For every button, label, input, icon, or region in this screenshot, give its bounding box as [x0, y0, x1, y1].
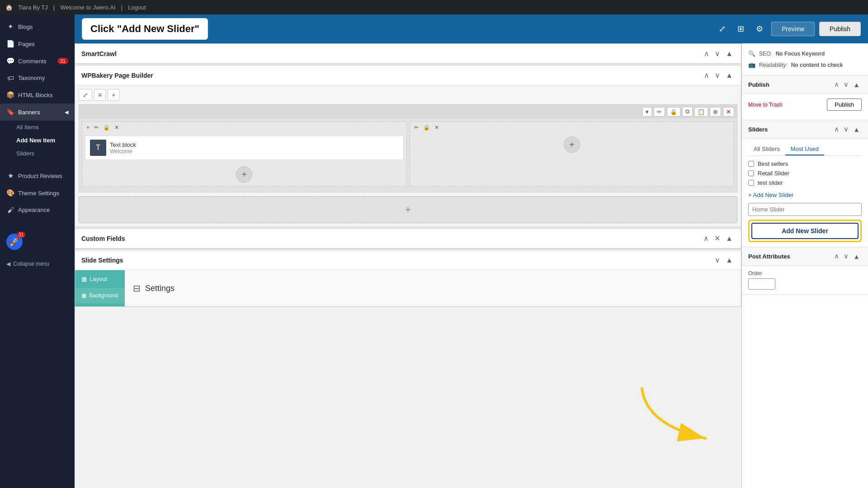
product-reviews-icon: ★: [6, 172, 14, 180]
publish-button[interactable]: Publish: [819, 22, 861, 36]
custom-fields-header[interactable]: Custom Fields ∧ ✕ ▲: [75, 229, 741, 249]
wpb-fullscreen-btn[interactable]: ⤢: [79, 89, 92, 101]
row-delete-btn[interactable]: ✕: [723, 107, 734, 117]
sidebar-item-theme-settings[interactable]: 🎨 Theme Settings: [0, 184, 75, 202]
row-paste-btn[interactable]: 📋: [694, 107, 708, 117]
publish-up-btn[interactable]: ∧: [832, 80, 841, 89]
new-slider-name-input[interactable]: [748, 203, 862, 216]
row-edit-btn[interactable]: ✏: [654, 107, 665, 117]
smartcrawl-collapse-down[interactable]: ∨: [713, 48, 722, 59]
collapse-menu-btn[interactable]: ◀ Collapse menu: [0, 256, 75, 272]
sidebar-label-taxonomy: Taxonomy: [18, 75, 45, 81]
wpb-col-2-header: ✏ 🔒 ✕: [410, 122, 734, 133]
smartcrawl-controls: ∧ ∨ ▲: [702, 48, 735, 59]
slider-label-retail: Retail Slider: [758, 170, 789, 177]
admin-bar-link1[interactable]: Welcome to Jwero.AI: [60, 4, 116, 11]
custom-fields-controls: ∧ ✕ ▲: [702, 233, 735, 244]
col1-add-block-btn[interactable]: +: [236, 166, 252, 183]
col2-edit-btn[interactable]: ✏: [413, 124, 420, 131]
wpbakery-down[interactable]: ∨: [713, 70, 722, 80]
most-used-tab[interactable]: Most Used: [785, 143, 824, 155]
sidebar-item-blogs[interactable]: ✦ Blogs: [0, 18, 75, 35]
add-new-slider-link[interactable]: + Add New Slider: [748, 192, 793, 198]
publish-action-row: Move to Trash Publish: [748, 99, 862, 111]
rs-publish-button[interactable]: Publish: [827, 99, 862, 111]
wpb-add-element-btn[interactable]: +: [108, 89, 119, 101]
sidebar-item-pages[interactable]: 📄 Pages: [0, 35, 75, 52]
all-sliders-tab[interactable]: All Sliders: [748, 143, 785, 155]
post-attrs-up-btn[interactable]: ∧: [832, 252, 841, 261]
slider-checkbox-test[interactable]: [748, 180, 754, 186]
slide-tab-background[interactable]: ▦ Background: [75, 288, 125, 303]
col1-lock-btn[interactable]: 🔒: [102, 124, 111, 131]
custom-fields-delete[interactable]: ✕: [712, 233, 722, 244]
layout-btn[interactable]: ⊞: [734, 21, 748, 37]
col2-delete-btn[interactable]: ✕: [433, 124, 440, 131]
publish-section-header[interactable]: Publish ∧ ∨ ▲: [742, 75, 868, 94]
admin-bar-link2[interactable]: Logout: [128, 4, 146, 11]
wpbakery-expand[interactable]: ▲: [724, 70, 735, 80]
custom-fields-expand[interactable]: ▲: [724, 233, 735, 244]
wpb-add-row-btn[interactable]: +: [79, 196, 737, 223]
sliders-expand-btn[interactable]: ▲: [851, 125, 862, 134]
settings-btn[interactable]: ⚙: [752, 21, 767, 37]
sidebar-subitem-add-new[interactable]: Add New Item: [0, 134, 75, 147]
sidebar-subitem-all-items[interactable]: All Items: [0, 121, 75, 134]
slider-checkbox-best-sellers[interactable]: [748, 161, 754, 167]
row-dropdown-btn[interactable]: ▾: [642, 107, 652, 117]
sidebar-subitem-sliders[interactable]: Sliders: [0, 147, 75, 160]
slide-settings-down[interactable]: ∨: [713, 255, 722, 265]
smartcrawl-header[interactable]: SmartCrawl ∧ ∨ ▲: [75, 44, 741, 64]
sidebar-item-appearance[interactable]: 🖌 Appearance: [0, 202, 75, 218]
col1-add-btn[interactable]: +: [85, 124, 91, 131]
sidebar-item-html-blocks[interactable]: 📦 HTML Blocks: [0, 86, 75, 103]
row-copy-btn[interactable]: ⧉: [682, 107, 693, 117]
wpb-list-btn[interactable]: ≡: [94, 89, 106, 101]
smartcrawl-collapse-up[interactable]: ∧: [702, 48, 711, 59]
slide-tab-layout[interactable]: ▦ Layout: [75, 270, 125, 288]
row-lock-btn[interactable]: 🔒: [667, 107, 680, 117]
move-to-trash-link[interactable]: Move to Trash: [748, 102, 783, 108]
col1-delete-btn[interactable]: ✕: [113, 124, 120, 131]
smartcrawl-expand[interactable]: ▲: [724, 48, 735, 59]
slide-settings-expand[interactable]: ▲: [724, 255, 735, 265]
wpbakery-header[interactable]: WPBakery Page Builder ∧ ∨ ▲: [75, 66, 741, 85]
layout-tab-label: Layout: [90, 276, 107, 282]
sliders-body: All Sliders Most Used Best sellers Retai…: [742, 139, 868, 247]
slide-settings-header[interactable]: Slide Settings ∨ ▲: [75, 250, 741, 270]
wpb-col-2: ✏ 🔒 ✕ +: [410, 122, 735, 187]
user-avatar-area[interactable]: 🚀 31: [0, 227, 75, 256]
editor-panels: SmartCrawl ∧ ∨ ▲ WPBakery Page Builder ∧: [75, 43, 741, 488]
slider-checkbox-retail[interactable]: [748, 170, 754, 176]
admin-bar-site-name[interactable]: Tiara By TJ: [18, 4, 48, 11]
expand-btn[interactable]: ⤢: [715, 21, 729, 37]
sliders-up-btn[interactable]: ∧: [832, 125, 841, 134]
sidebar-item-product-reviews[interactable]: ★ Product Reviews: [0, 167, 75, 184]
add-new-slider-button[interactable]: Add New Slider: [751, 223, 859, 239]
col2-lock-btn[interactable]: 🔒: [422, 124, 431, 131]
row-clone-btn[interactable]: ⊕: [710, 107, 721, 117]
sliders-section-header[interactable]: Sliders ∧ ∨ ▲: [742, 120, 868, 139]
order-input[interactable]: [748, 278, 775, 290]
custom-fields-up[interactable]: ∧: [702, 233, 711, 244]
slide-settings-controls: ∨ ▲: [713, 255, 735, 265]
post-attrs-expand-btn[interactable]: ▲: [851, 252, 862, 261]
sliders-down-btn[interactable]: ∨: [842, 125, 850, 134]
post-attributes-header[interactable]: Post Attributes ∧ ∨ ▲: [742, 247, 868, 266]
sidebar-item-taxonomy[interactable]: 🏷 Taxonomy: [0, 70, 75, 86]
wpbakery-up[interactable]: ∧: [702, 70, 711, 80]
main-area: Click "Add New Slider" ⤢ ⊞ ⚙ Preview Pub…: [75, 14, 868, 488]
sidebar-item-banners[interactable]: 🔖 Banners ◀: [0, 103, 75, 121]
preview-button[interactable]: Preview: [771, 22, 815, 36]
readability-icon: 📺: [748, 61, 755, 68]
post-attrs-down-btn[interactable]: ∨: [842, 252, 850, 261]
publish-down-btn[interactable]: ∨: [842, 80, 850, 89]
text-block-info: Text block Welcome: [110, 141, 136, 155]
col2-add-block-btn[interactable]: +: [564, 136, 580, 153]
sidebar-item-comments[interactable]: 💬 Comments 31: [0, 52, 75, 70]
content-area: SmartCrawl ∧ ∨ ▲ WPBakery Page Builder ∧: [75, 43, 868, 488]
comments-badge: 31: [57, 58, 68, 64]
publish-expand-btn[interactable]: ▲: [851, 80, 862, 89]
col1-edit-btn[interactable]: ✏: [93, 124, 100, 131]
comments-icon: 💬: [6, 57, 14, 65]
